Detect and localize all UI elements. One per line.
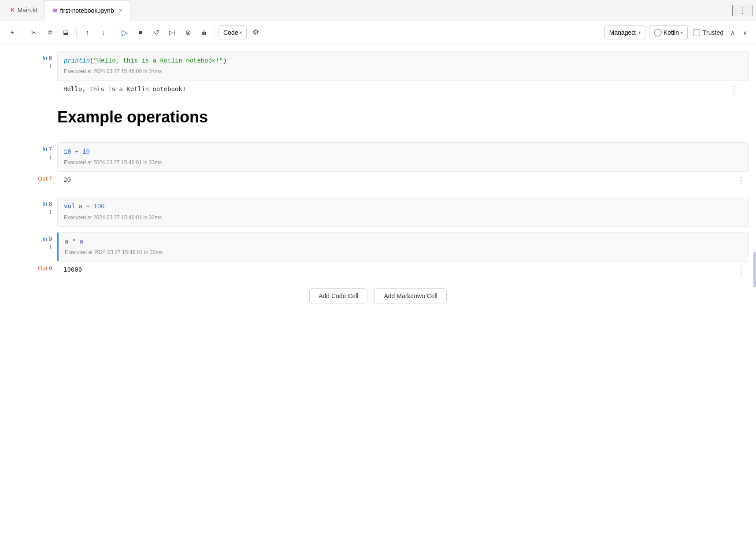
bottom-buttons: Add Code Cell Add Markdown Cell: [0, 278, 756, 321]
toolbar-separator-1: [23, 27, 23, 38]
cell-gutter-out-9: Out 9: [0, 262, 57, 278]
run-icon: ▷: [122, 28, 128, 37]
kotlin-icon: K: [11, 7, 15, 13]
cut-icon: ✂: [31, 29, 37, 36]
cell-row-7: In 7 1 10 + 10 Executed at 2024.03.27 15…: [0, 140, 756, 172]
code-cell-9[interactable]: a * a Executed at 2024.03.27 15:46:01 in…: [57, 232, 749, 262]
stop-icon: ■: [139, 29, 142, 36]
cell-row-9: In 9 1 a * a Executed at 2024.03.27 15:4…: [0, 230, 756, 262]
code-num-8: 100: [93, 203, 104, 210]
restart-button[interactable]: ↺: [149, 26, 163, 40]
output-row-7: Out 7 20 ⋮: [0, 172, 756, 188]
clear-icon: ⊗: [185, 29, 191, 37]
output-text-wrapper-9: 10000: [57, 262, 749, 278]
move-up-button[interactable]: ↑: [80, 26, 94, 40]
output-text-9: 10000: [63, 266, 82, 273]
code-line-7: 10 + 10: [64, 147, 742, 157]
code-cell-8[interactable]: val a = 100 Executed at 2024.03.27 15:46…: [57, 197, 749, 227]
cell-content-8: val a = 100 Executed at 2024.03.27 15:46…: [57, 195, 756, 227]
code-kw-8: val: [64, 203, 75, 210]
add-markdown-cell-button[interactable]: Add Markdown Cell: [374, 288, 446, 303]
copy-icon: ⧉: [48, 29, 52, 36]
code-fn-6: println: [64, 57, 90, 64]
code-line-6: println("Hello, this is a Kotlin noteboo…: [64, 56, 742, 66]
add-cell-button[interactable]: +: [5, 26, 19, 40]
cut-button[interactable]: ✂: [27, 26, 41, 40]
code-paren-open-6: (: [90, 57, 93, 64]
add-code-cell-button[interactable]: Add Code Cell: [309, 288, 367, 303]
tab-close-button[interactable]: ✕: [119, 7, 123, 14]
cell-content-9: a * a Executed at 2024.03.27 15:46:01 in…: [57, 230, 756, 262]
nav-up-button[interactable]: ∧: [727, 27, 738, 38]
settings-button[interactable]: ⚙: [248, 26, 263, 40]
code-op-9: *: [72, 238, 80, 245]
scroll-indicator[interactable]: [753, 252, 756, 287]
cell-content-7: 10 + 10 Executed at 2024.03.27 15:46:01 …: [57, 140, 756, 172]
cell-row-8: In 8 1 val a = 100 Executed at 2024.03.2…: [0, 195, 756, 227]
cell-output-content-9: 10000 ⋮: [57, 262, 756, 278]
code-paren-close-6: ): [223, 57, 226, 64]
tab-first-notebook[interactable]: ≋ first-notebook.ipynb ✕: [44, 0, 130, 21]
exec-time-8: Executed at 2024.03.27 15:46:01 in 32ms: [64, 214, 742, 222]
cell-options-out-7[interactable]: ⋮: [737, 176, 745, 185]
toolbar-separator-4: [215, 27, 215, 38]
markdown-heading-1: Example operations: [57, 108, 208, 126]
notebook-icon: ≋: [52, 7, 58, 15]
clear-button[interactable]: ⊗: [181, 26, 195, 40]
exec-time-7: Executed at 2024.03.27 15:46:01 in 33ms: [64, 159, 742, 167]
code-cell-7[interactable]: 10 + 10 Executed at 2024.03.27 15:46:01 …: [57, 142, 749, 172]
tab-main-kt[interactable]: K Main.kt: [4, 0, 44, 21]
cell-line-num-7: 1: [49, 154, 52, 161]
code-line-8: val a = 100: [64, 202, 742, 211]
stop-button[interactable]: ■: [133, 26, 148, 40]
paste-button[interactable]: ⬓: [59, 26, 73, 40]
kernel-arrow-icon: ▾: [681, 30, 683, 35]
tab-menu-button[interactable]: ⋮: [732, 5, 752, 16]
kernel-dropdown[interactable]: ○ Kotlin ▾: [649, 25, 688, 40]
cell-type-arrow-icon: ▾: [240, 30, 242, 35]
code-op-7: +: [75, 148, 82, 155]
output-row-6: Hello, this is a Kotlin notebook! ⋮: [57, 81, 749, 97]
cell-out-label-9: Out 9: [38, 265, 52, 272]
markdown-row-1: Example operations: [0, 97, 756, 137]
notebook-body: In 6 1 println("Hello, this is a Kotlin …: [0, 49, 756, 321]
cell-type-dropdown[interactable]: Code ▾: [219, 25, 247, 40]
cell-in-label-7: In 7: [42, 146, 52, 152]
code-cell-6[interactable]: println("Hello, this is a Kotlin noteboo…: [57, 51, 749, 81]
kotlin-kernel-icon: ○: [654, 29, 662, 37]
code-num1-7: 10: [64, 148, 71, 155]
cell-options-6[interactable]: ⋮: [730, 85, 738, 93]
output-text-wrapper-7: 20: [57, 172, 749, 188]
managed-label: Managed:: [609, 29, 637, 36]
managed-arrow-icon: ▾: [638, 30, 641, 35]
markdown-cell-1: Example operations: [57, 97, 215, 137]
toolbar-separator-3: [114, 27, 114, 38]
toolbar-right: Managed: ▾ ○ Kotlin ▾ Trusted ∧ ∨: [604, 25, 751, 40]
cell-gutter-7: In 7 1: [0, 140, 57, 172]
exec-time-9: Executed at 2024.03.27 15:46:01 in 30ms: [65, 248, 742, 257]
trusted-checkbox[interactable]: [693, 29, 700, 36]
code-num2-7: 10: [82, 148, 90, 155]
tab-bar: K Main.kt ≋ first-notebook.ipynb ✕ ⋮: [0, 0, 756, 21]
move-down-button[interactable]: ↓: [96, 26, 110, 40]
cell-options-out-9[interactable]: ⋮: [737, 266, 745, 274]
run-all-icon: ▷|: [169, 29, 175, 36]
cell-output-content-7: 20 ⋮: [57, 172, 756, 188]
nav-down-button[interactable]: ∨: [739, 27, 751, 38]
gear-icon: ⚙: [252, 28, 259, 37]
cell-content-6: println("Hello, this is a Kotlin noteboo…: [57, 49, 756, 97]
cell-row-6: In 6 1 println("Hello, this is a Kotlin …: [0, 49, 756, 97]
kernel-label: Kotlin: [663, 29, 679, 36]
trusted-area: Trusted: [693, 29, 723, 36]
run-cell-button[interactable]: ▷: [118, 26, 132, 40]
run-all-button[interactable]: ▷|: [165, 26, 179, 40]
code-eq-8: =: [86, 203, 93, 210]
output-text-7: 20: [63, 176, 71, 183]
cell-gutter-6: In 6 1: [0, 49, 57, 97]
copy-button[interactable]: ⧉: [43, 26, 57, 40]
notebook-body-wrapper: ✓ In 6 1 println("Hello, this is a Kotli…: [0, 49, 756, 321]
delete-button[interactable]: 🗑: [197, 26, 211, 40]
tab-label-main-kt: Main.kt: [17, 7, 37, 14]
cell-in-label-8: In 8: [42, 200, 52, 207]
managed-dropdown[interactable]: Managed: ▾: [604, 25, 645, 40]
